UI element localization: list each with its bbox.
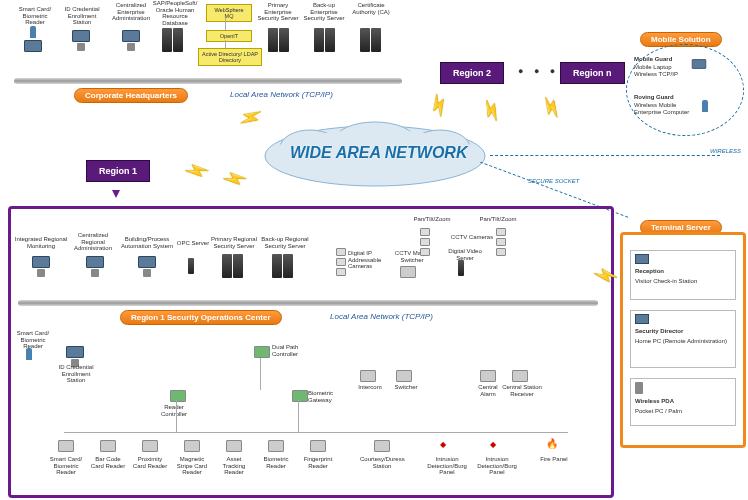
hq-lan-text: Local Area Network (TCP/IP) (230, 90, 333, 99)
terminal-i3: Wireless PDA (635, 398, 674, 404)
r1-b3-lbl: Proximity Card Reader (132, 456, 168, 469)
r1-dvs-srv (458, 260, 464, 276)
r1-t5-lbl: Primary Regional Security Server (210, 236, 258, 249)
r1-cam1-lbl: Digital IP Addressable Cameras (348, 250, 390, 270)
r1-b6-lbl: Biometric Reader (258, 456, 294, 469)
bolt-icon: ⚡ (424, 90, 455, 121)
r1-t1-pc (32, 256, 50, 277)
r1-t4-lbl: OPC Server (176, 240, 210, 247)
r1-l2-lbl: ID Credential Enrollment Station (52, 364, 100, 384)
r1-t2-lbl: Centralized Regional Administration (70, 232, 116, 252)
terminal-item-2: Security Director Home PC (Remote Admini… (630, 310, 736, 368)
roving-guard-icon (702, 100, 708, 112)
r1-lan-text: Local Area Network (TCP/IP) (330, 312, 433, 321)
terminal-i2s: Home PC (Remote Administration) (635, 338, 727, 344)
r1-ptz1-lbl: Pan/Tilt/Zoom (412, 216, 452, 223)
hq-ca-srv (360, 28, 381, 52)
mobile-g2: Roving Guard (634, 94, 674, 100)
r1-dual-lbl: Dual Path Controller (272, 344, 306, 357)
r1-interc-lbl: Intercom (356, 384, 384, 391)
terminal-item-3: Wireless PDA Pocket PC / Palm (630, 378, 736, 426)
hq-lbl-n3: Centralized Enterprise Administration (108, 2, 154, 22)
r1-b11-lbl: Fire Panel (536, 456, 572, 463)
wireless-line (490, 155, 720, 156)
hq-lbl-n2: ID Credential Enrollment Station (58, 6, 106, 26)
hq-sap-servers (162, 28, 183, 52)
terminal-i3s: Pocket PC / Palm (635, 408, 682, 414)
region-dots: ● ● ● (518, 66, 559, 76)
r1-t3-lbl: Building/Process Automation System (120, 236, 174, 249)
hq-lbl-n5: Primary Enterprise Security Server (256, 2, 300, 22)
r1-b1-dev (58, 440, 74, 452)
bolt-icon: ⚡ (536, 92, 566, 122)
region2-box: Region 2 (440, 62, 504, 84)
hq-node-id (72, 30, 90, 51)
r1-b7-dev (310, 440, 326, 452)
mobile-g2s: Wireless Mobile Enterprise Computer (634, 102, 690, 115)
terminal-i1s: Visitor Check-in Station (635, 278, 697, 284)
r1-dual-dev (254, 346, 270, 358)
r1-l1-lbl: Smart Card/ Biometric Reader (14, 330, 52, 350)
r1-t5-srv (222, 254, 243, 278)
r1-b8-dev (374, 440, 390, 452)
r1-l1-person (26, 348, 32, 360)
r1-ptz2-lbl: Pan/Tilt/Zoom (478, 216, 518, 223)
region1-arrow-icon (112, 190, 120, 198)
r1-b6-dev (268, 440, 284, 452)
hq-lbl-n6: Back-up Enterprise Security Server (302, 2, 346, 22)
r1-ca-lbl: Central Alarm (474, 384, 502, 397)
r1-b5-lbl: Asset Tracking Reader (216, 456, 252, 476)
terminal-i1: Reception (635, 268, 664, 274)
r1-b10-lbl: Intrusion Detection/Burg Panel (476, 456, 518, 476)
hq-lbl-n1: Smart Card/ Biometric Reader (14, 6, 56, 26)
hq-backup-srv (314, 28, 335, 52)
r1-t6-srv (272, 254, 293, 278)
r1-ca-dev (480, 370, 496, 382)
r1-csr-dev (512, 370, 528, 382)
r1-cctvcam-lbl: CCTV Cameras (450, 234, 494, 241)
r1-t1-lbl: Integrated Regional Monitoring (14, 236, 68, 249)
bolt-icon: ⚡ (182, 156, 212, 186)
r1-cam1 (336, 248, 346, 276)
r1-bg-lbl: Biometric Gateway (308, 390, 342, 403)
r1-b10-icon: ◆ (490, 440, 496, 449)
hq-title-pill: Corporate Headquarters (74, 88, 188, 103)
r1-title-pill: Region 1 Security Operations Center (120, 310, 282, 325)
r1-b1-lbl: Smart Card/ Biometric Reader (48, 456, 84, 476)
hq-adldap: Active Directory/ LDAP Directory (198, 48, 262, 66)
hq-primary-srv (268, 28, 289, 52)
mobile-g1: Mobile Guard (634, 56, 672, 62)
r1-t6-lbl: Back-up Regional Security Server (260, 236, 310, 249)
r1-ptz2-cams (496, 228, 506, 256)
r1-rc-dev (170, 390, 186, 402)
hq-lan-bus (14, 78, 402, 84)
r1-lan-bus (18, 300, 598, 306)
r1-ptz1-cams (420, 228, 430, 256)
r1-b8-lbl: Courtesy/Duress Station (360, 456, 404, 469)
terminal-item-1: Reception Visitor Check-in Station (630, 250, 736, 300)
wan-title: WIDE AREA NETWORK (290, 144, 467, 162)
r1-b9-lbl: Intrusion Detection/Burg Panel (426, 456, 468, 476)
secure-lbl: SECURE SOCKET (528, 178, 579, 184)
fire-icon: 🔥 (546, 438, 558, 449)
bolt-icon: ⚡ (220, 164, 250, 194)
hq-node-biometric (24, 26, 42, 52)
r1-b4-dev (184, 440, 200, 452)
r1-rc-lbl: Reader Controller (156, 404, 192, 417)
mobile-laptop-icon (692, 59, 706, 69)
r1-b7-lbl: Fingerprint Reader (300, 456, 336, 469)
hq-wsmq: WebSphere MQ (206, 4, 252, 22)
r1-csr-lbl: Central Station Receiver (502, 384, 542, 397)
mobile-g1s: Mobile Laptop Wireless TCP/IP (634, 64, 682, 77)
r1-b5-dev (226, 440, 242, 452)
r1-b4-lbl: Magnetic Stripe Card Reader (174, 456, 210, 476)
r1-b3-dev (142, 440, 158, 452)
r1-switch-lbl: Switcher (392, 384, 420, 391)
r1-interc-dev (360, 370, 376, 382)
r1-t4-srv (188, 258, 194, 274)
r1-b2-dev (100, 440, 116, 452)
hq-lbl-sap: SAP/PeopleSoft/ Oracle Human Resource Da… (150, 0, 200, 26)
hq-node-admin (122, 30, 140, 51)
regionn-box: Region n (560, 62, 625, 84)
r1-cctv-dev (400, 266, 416, 278)
